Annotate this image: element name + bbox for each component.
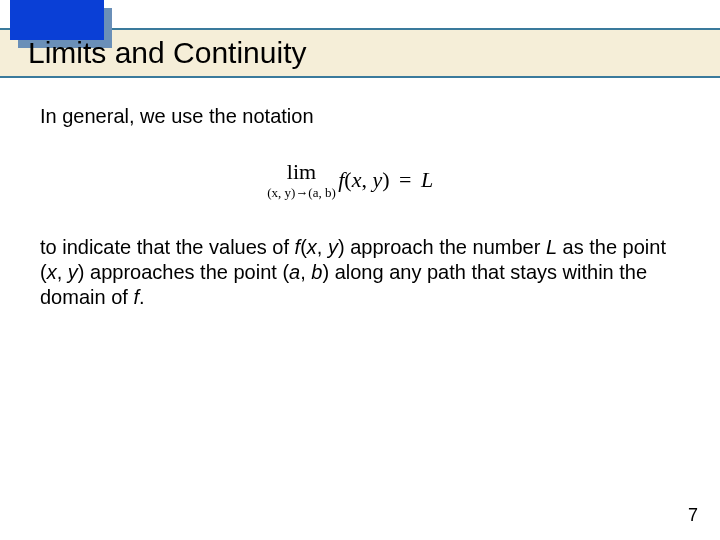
eq-x: x (352, 167, 362, 192)
t-c2: , (57, 261, 68, 283)
t-a: a (289, 261, 300, 283)
t-op1: ( (300, 236, 307, 258)
eq-open: ( (344, 167, 351, 192)
content-area: In general, we use the notation lim (x, … (40, 104, 680, 318)
t-c1: , (317, 236, 328, 258)
t-c3: , (300, 261, 311, 283)
t-y1: y (328, 236, 338, 258)
t-period: . (139, 286, 145, 308)
eq-equals: = (393, 167, 416, 192)
limit-equation: lim (x, y)→(a, b) f(x, y) = L (40, 159, 680, 201)
t1: to indicate that the values of (40, 236, 295, 258)
page-title: Limits and Continuity (28, 36, 306, 70)
t-cl1: ) (338, 236, 345, 258)
lim-subscript: (x, y)→(a, b) (267, 185, 336, 201)
page-number: 7 (688, 505, 698, 526)
intro-text: In general, we use the notation (40, 104, 680, 129)
t-b: b (311, 261, 322, 283)
eq-comma: , (361, 167, 372, 192)
t4: ) approaches the point ( (78, 261, 289, 283)
t2: approach the number (345, 236, 546, 258)
eq-close: ) (382, 167, 389, 192)
t-L: L (546, 236, 557, 258)
lim-label: lim (287, 159, 316, 185)
t-x2: x (47, 261, 57, 283)
equation-rhs: f(x, y) = L (338, 167, 433, 193)
eq-y: y (372, 167, 382, 192)
eq-L: L (421, 167, 433, 192)
decorative-box (10, 0, 104, 40)
t-x1: x (307, 236, 317, 258)
t-y2: y (68, 261, 78, 283)
lim-symbol: lim (x, y)→(a, b) (287, 159, 316, 201)
explanation-text: to indicate that the values of f(x, y) a… (40, 235, 680, 310)
